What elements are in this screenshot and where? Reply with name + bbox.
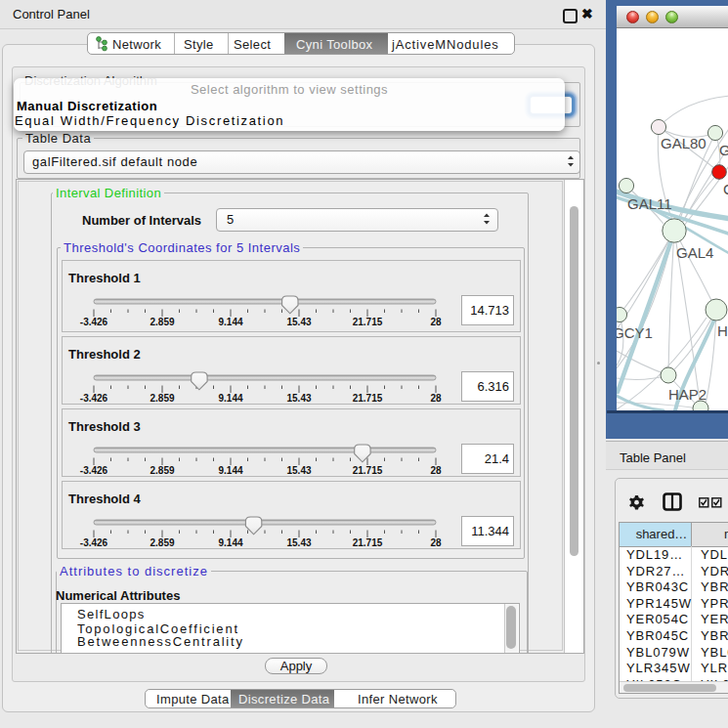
svg-text:H: H — [717, 322, 728, 339]
svg-text:GAL4: GAL4 — [676, 244, 713, 261]
svg-text:HAP2: HAP2 — [668, 386, 707, 403]
svg-text:GAL11: GAL11 — [627, 195, 672, 212]
svg-text:GAL80: GAL80 — [661, 135, 707, 151]
svg-text:C: C — [723, 181, 728, 197]
svg-text:GA: GA — [719, 142, 728, 158]
svg-text:GCY1: GCY1 — [617, 324, 653, 341]
